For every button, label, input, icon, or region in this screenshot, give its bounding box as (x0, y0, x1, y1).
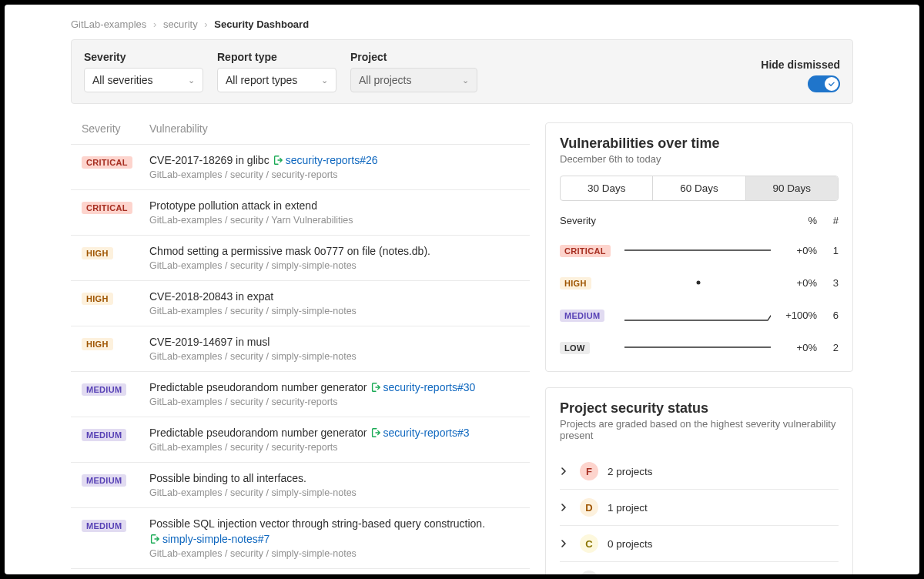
severity-badge: CRITICAL (82, 202, 132, 214)
severity-count: 6 (817, 310, 839, 321)
issue-link-text: security-reports#26 (286, 154, 378, 166)
severity-badge: MEDIUM (82, 520, 126, 532)
breadcrumb: GitLab-examples › security › Security Da… (71, 14, 853, 39)
vulnerability-title: CVE-2017-18269 in glibc security-reports… (149, 154, 519, 166)
project-filter-label: Project (350, 51, 477, 63)
breadcrumb-current: Security Dashboard (214, 18, 309, 30)
severity-percent: +0% (771, 277, 817, 289)
severity-filter-label: Severity (84, 51, 203, 63)
project-select[interactable]: All projects ⌄ (350, 68, 477, 92)
severity-badge: CRITICAL (560, 245, 611, 257)
vulnerability-list: Severity Vulnerability CRITICALCVE-2017-… (71, 122, 530, 574)
vulnerability-title: Prototype pollution attack in extend (149, 199, 519, 212)
vulnerability-row[interactable]: CRITICALPrototype pollution attack in ex… (71, 190, 530, 236)
grade-badge: B (580, 571, 598, 574)
chevron-down-icon: ⌄ (188, 75, 195, 85)
vulnerability-row[interactable]: MEDIUMPredictable pseudorandom number ge… (71, 372, 530, 417)
filter-bar: Severity All severities ⌄ Report type Al… (71, 39, 853, 104)
vulnerability-row[interactable]: MEDIUMPossible SQL injection vector thro… (71, 508, 530, 569)
project-security-status-card: Project security status Projects are gra… (545, 387, 853, 574)
report-type-select[interactable]: All report types ⌄ (217, 68, 336, 92)
issue-link-text: security-reports#3 (383, 427, 470, 439)
severity-count: 1 (817, 245, 839, 256)
vulnerability-row[interactable]: HIGHChmod setting a permissive mask 0o77… (71, 236, 530, 281)
severity-percent: +0% (771, 342, 817, 353)
vulnerability-title: Predictable pseudorandom number generato… (149, 381, 519, 393)
vulnerability-row[interactable]: MEDIUMPossible binding to all interfaces… (71, 463, 530, 508)
breadcrumb-root[interactable]: GitLab-examples (71, 18, 146, 30)
vulnerability-path: GitLab-examples / security / simply-simp… (149, 260, 519, 271)
chart-head-count: # (817, 215, 839, 226)
col-header-severity: Severity (82, 122, 149, 135)
issue-link-text: simply-simple-notes#7 (162, 533, 270, 545)
grade-row[interactable]: B0 projects (560, 562, 839, 574)
status-subtitle: Projects are graded based on the highest… (560, 418, 839, 441)
severity-percent: +0% (771, 245, 817, 256)
severity-trend-row: LOW+0%2 (560, 331, 839, 363)
grade-row[interactable]: F2 projects (560, 453, 839, 490)
severity-badge: HIGH (82, 247, 113, 259)
sparkline (623, 339, 771, 356)
chevron-down-icon: ⌄ (321, 75, 328, 85)
chevron-right-icon (560, 501, 571, 514)
issue-link-text: security-reports#30 (383, 381, 476, 393)
vulnerability-row[interactable]: HIGHCVE-2019-14697 in muslGitLab-example… (71, 326, 530, 372)
sparkline (623, 242, 771, 259)
hide-dismissed-label: Hide dismissed (761, 59, 840, 71)
time-range-tabs: 30 Days60 Days90 Days (560, 176, 839, 201)
chevron-right-icon (560, 537, 571, 550)
vulnerability-title: Chmod setting a permissive mask 0o777 on… (149, 245, 519, 257)
time-range-tab[interactable]: 90 Days (746, 176, 838, 200)
grade-row[interactable]: C0 projects (560, 526, 839, 562)
severity-badge: HIGH (82, 293, 113, 305)
vulnerability-path: GitLab-examples / security / simply-simp… (149, 306, 519, 316)
grade-badge: F (580, 462, 598, 480)
severity-trend-row: HIGH+0%3 (560, 266, 839, 299)
vulnerability-title: CVE-2018-20843 in expat (149, 290, 519, 303)
severity-badge: HIGH (82, 338, 113, 350)
report-type-filter-label: Report type (217, 51, 336, 63)
issue-link[interactable]: security-reports#3 (370, 427, 470, 439)
grade-count: 0 projects (608, 574, 653, 575)
time-range-tab[interactable]: 60 Days (653, 176, 745, 200)
vulnerability-title: Possible SQL injection vector through st… (149, 517, 519, 545)
toggle-knob (825, 77, 839, 91)
vulnerability-title: Predictable pseudorandom number generato… (149, 427, 519, 439)
severity-select[interactable]: All severities ⌄ (84, 68, 203, 92)
breadcrumb-mid[interactable]: security (163, 18, 198, 30)
chevron-down-icon: ⌄ (462, 75, 469, 85)
grade-count: 1 project (608, 502, 648, 514)
severity-select-value: All severities (92, 74, 153, 86)
sparkline (623, 274, 771, 291)
chevron-right-icon: › (204, 18, 207, 30)
report-type-select-value: All report types (226, 74, 297, 86)
severity-badge: MEDIUM (560, 310, 604, 322)
chart-head-severity: Severity (560, 215, 774, 226)
severity-trend-row: CRITICAL+0%1 (560, 234, 839, 266)
vulnerability-row[interactable]: MEDIUMCVE-2016-10228 in glibc security-r… (71, 569, 530, 574)
issue-link[interactable]: security-reports#26 (273, 154, 378, 166)
severity-badge: MEDIUM (82, 474, 126, 487)
time-range-tab[interactable]: 30 Days (561, 176, 653, 200)
check-icon (828, 80, 835, 88)
grade-badge: D (580, 498, 598, 517)
grade-badge: C (580, 534, 598, 553)
grade-count: 2 projects (608, 466, 653, 477)
vulnerability-title: CVE-2019-14697 in musl (149, 336, 519, 348)
severity-count: 3 (817, 277, 839, 289)
svg-point-2 (697, 281, 701, 285)
sparkline (623, 306, 771, 323)
vulnerability-row[interactable]: MEDIUMPredictable pseudorandom number ge… (71, 417, 530, 463)
status-title: Project security status (560, 400, 839, 417)
project-select-value: All projects (359, 74, 411, 86)
chart-subtitle: December 6th to today (560, 153, 839, 165)
grade-row[interactable]: D1 project (560, 490, 839, 526)
vulnerability-row[interactable]: HIGHCVE-2018-20843 in expatGitLab-exampl… (71, 281, 530, 326)
vulnerability-row[interactable]: CRITICALCVE-2017-18269 in glibc security… (71, 145, 530, 190)
severity-badge: MEDIUM (82, 429, 126, 441)
hide-dismissed-toggle[interactable] (808, 75, 840, 92)
severity-trend-row: MEDIUM+100%6 (560, 299, 839, 331)
vulnerability-path: GitLab-examples / security / simply-simp… (149, 548, 519, 559)
issue-link[interactable]: simply-simple-notes#7 (149, 533, 270, 545)
issue-link[interactable]: security-reports#30 (370, 381, 476, 393)
